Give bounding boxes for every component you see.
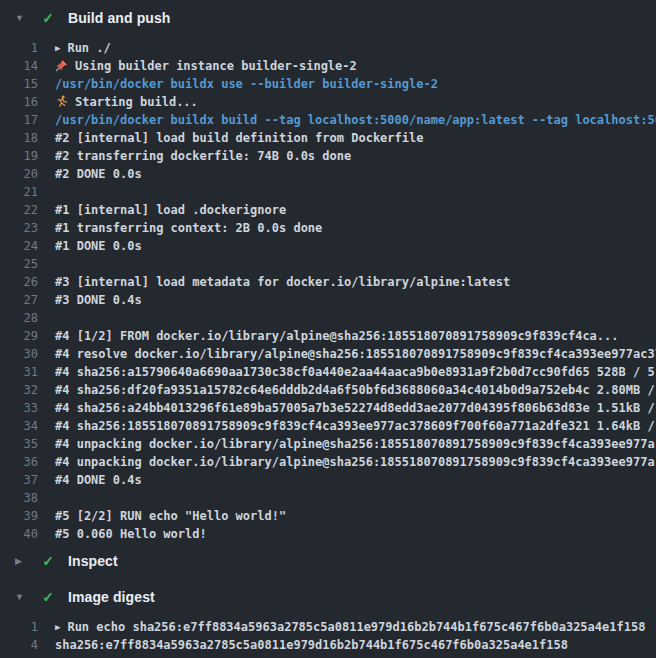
log-line: 23 #1 transferring context: 2B 0.0s done xyxy=(0,219,656,237)
log-line: 22 #1 [internal] load .dockerignore xyxy=(0,201,656,219)
log-line: 14 Using builder instance builder-single… xyxy=(0,57,656,75)
log-section: ▼ ✓ Build and push 1 ▶Run ./ 14 Using bu… xyxy=(0,0,656,543)
expand-run-icon[interactable]: ▶ xyxy=(55,43,60,53)
line-number[interactable]: 30 xyxy=(0,347,38,361)
line-text: ▶Run echo sha256:e7ff8834a5963a2785c5a08… xyxy=(55,620,645,634)
check-success-icon: ✓ xyxy=(40,11,56,25)
log-line: 4 sha256:e7ff8834a5963a2785c5a0811e979d1… xyxy=(0,636,656,654)
line-text: #4 sha256:df20fa9351a15782c64e6dddb2d4a6… xyxy=(55,383,655,397)
line-number[interactable]: 39 xyxy=(0,509,38,523)
line-number[interactable]: 25 xyxy=(0,257,38,271)
pushpin-emoji xyxy=(55,59,69,72)
section-lines: 1 ▶Run echo sha256:e7ff8834a5963a2785c5a… xyxy=(0,618,656,654)
log-line: 20 #2 DONE 0.0s xyxy=(0,165,656,183)
section-toggle-icon[interactable]: ▼ xyxy=(15,14,28,23)
check-success-icon: ✓ xyxy=(40,590,56,604)
log-line: 21 xyxy=(0,183,656,201)
log-line: 25 xyxy=(0,255,656,273)
log-line: 37 #4 DONE 0.4s xyxy=(0,471,656,489)
section-lines: 1 ▶Run ./ 14 Using builder instance buil… xyxy=(0,39,656,543)
log-line: 34 #4 sha256:185518070891758909c9f839cf4… xyxy=(0,417,656,435)
line-number[interactable]: 1 xyxy=(0,41,38,55)
log-line: 36 #4 unpacking docker.io/library/alpine… xyxy=(0,453,656,471)
line-text: #1 DONE 0.0s xyxy=(55,239,142,253)
line-text: #4 resolve docker.io/library/alpine@sha2… xyxy=(55,347,656,361)
log-line: 31 #4 sha256:a15790640a6690aa1730c38cf0a… xyxy=(0,363,656,381)
line-text: ▶Run ./ xyxy=(55,41,111,55)
line-number[interactable]: 14 xyxy=(0,59,38,73)
log-line: 40 #5 0.060 Hello world! xyxy=(0,525,656,543)
section-title[interactable]: Image digest xyxy=(68,589,155,605)
line-number[interactable]: 16 xyxy=(0,95,38,109)
line-number[interactable]: 36 xyxy=(0,455,38,469)
line-text: #3 [internal] load metadata for docker.i… xyxy=(55,275,510,289)
runner-emoji xyxy=(55,95,69,108)
line-number[interactable]: 19 xyxy=(0,149,38,163)
line-text: #2 transferring dockerfile: 74B 0.0s don… xyxy=(55,149,351,163)
line-number[interactable]: 28 xyxy=(0,311,38,325)
log-line: 28 xyxy=(0,309,656,327)
check-success-icon: ✓ xyxy=(40,554,56,568)
line-text: #4 [1/2] FROM docker.io/library/alpine@s… xyxy=(55,329,619,343)
line-text: #4 unpacking docker.io/library/alpine@sh… xyxy=(55,437,655,451)
line-number[interactable]: 15 xyxy=(0,77,38,91)
log-line: 33 #4 sha256:a24bb4013296f61e89ba57005a7… xyxy=(0,399,656,417)
line-number[interactable]: 32 xyxy=(0,383,38,397)
line-number[interactable]: 27 xyxy=(0,293,38,307)
line-text: Starting build... xyxy=(55,95,198,109)
log-line: 39 #5 [2/2] RUN echo "Hello world!" xyxy=(0,507,656,525)
section-toggle-icon[interactable]: ▶ xyxy=(15,557,28,566)
section-title[interactable]: Inspect xyxy=(68,553,118,569)
line-text: #4 unpacking docker.io/library/alpine@sh… xyxy=(55,455,655,469)
workflow-log-viewer: ▼ ✓ Build and push 1 ▶Run ./ 14 Using bu… xyxy=(0,0,656,654)
line-text: #1 [internal] load .dockerignore xyxy=(55,203,286,217)
log-section: ▶ ✓ Inspect xyxy=(0,543,656,579)
log-line: 16 Starting build... xyxy=(0,93,656,111)
line-text: #5 [2/2] RUN echo "Hello world!" xyxy=(55,509,286,523)
line-text: #2 DONE 0.0s xyxy=(55,167,142,181)
line-number[interactable]: 26 xyxy=(0,275,38,289)
line-number[interactable]: 22 xyxy=(0,203,38,217)
line-number[interactable]: 38 xyxy=(0,491,38,505)
log-line: 30 #4 resolve docker.io/library/alpine@s… xyxy=(0,345,656,363)
line-number[interactable]: 37 xyxy=(0,473,38,487)
line-number[interactable]: 1 xyxy=(0,620,38,634)
line-number[interactable]: 18 xyxy=(0,131,38,145)
section-header[interactable]: ▼ ✓ Image digest xyxy=(0,579,656,615)
line-text: /usr/bin/docker buildx use --builder bui… xyxy=(55,77,438,91)
line-text: #2 [internal] load build definition from… xyxy=(55,131,423,145)
line-number[interactable]: 20 xyxy=(0,167,38,181)
line-number[interactable]: 23 xyxy=(0,221,38,235)
section-header[interactable]: ▶ ✓ Inspect xyxy=(0,543,656,579)
log-line: 32 #4 sha256:df20fa9351a15782c64e6dddb2d… xyxy=(0,381,656,399)
log-line: 29 #4 [1/2] FROM docker.io/library/alpin… xyxy=(0,327,656,345)
section-title[interactable]: Build and push xyxy=(68,10,171,26)
line-text: #4 sha256:a24bb4013296f61e89ba57005a7b3e… xyxy=(55,401,655,415)
line-text: /usr/bin/docker buildx build --tag local… xyxy=(55,113,656,127)
line-number[interactable]: 24 xyxy=(0,239,38,253)
line-text: #4 sha256:a15790640a6690aa1730c38cf0a440… xyxy=(55,365,655,379)
section-toggle-icon[interactable]: ▼ xyxy=(15,593,28,602)
line-text: #5 0.060 Hello world! xyxy=(55,527,207,541)
log-line: 1 ▶Run echo sha256:e7ff8834a5963a2785c5a… xyxy=(0,618,656,636)
line-number[interactable]: 31 xyxy=(0,365,38,379)
line-number[interactable]: 33 xyxy=(0,401,38,415)
line-text: sha256:e7ff8834a5963a2785c5a0811e979d16b… xyxy=(55,638,568,652)
line-number[interactable]: 17 xyxy=(0,113,38,127)
line-text: #3 DONE 0.4s xyxy=(55,293,142,307)
line-number[interactable]: 35 xyxy=(0,437,38,451)
line-number[interactable]: 29 xyxy=(0,329,38,343)
log-line: 19 #2 transferring dockerfile: 74B 0.0s … xyxy=(0,147,656,165)
section-header[interactable]: ▼ ✓ Build and push xyxy=(0,0,656,36)
log-line: 15 /usr/bin/docker buildx use --builder … xyxy=(0,75,656,93)
log-line: 18 #2 [internal] load build definition f… xyxy=(0,129,656,147)
line-number[interactable]: 21 xyxy=(0,185,38,199)
line-text: #1 transferring context: 2B 0.0s done xyxy=(55,221,322,235)
expand-run-icon[interactable]: ▶ xyxy=(55,622,60,632)
log-line: 35 #4 unpacking docker.io/library/alpine… xyxy=(0,435,656,453)
log-line: 27 #3 DONE 0.4s xyxy=(0,291,656,309)
line-number[interactable]: 4 xyxy=(0,638,38,652)
line-number[interactable]: 40 xyxy=(0,527,38,541)
log-line: 1 ▶Run ./ xyxy=(0,39,656,57)
line-number[interactable]: 34 xyxy=(0,419,38,433)
